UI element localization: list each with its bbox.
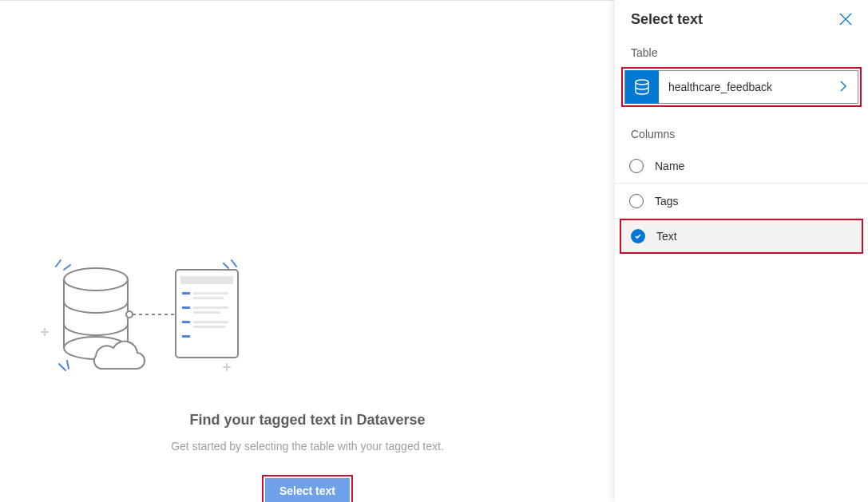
dataverse-illustration (40, 252, 248, 376)
svg-rect-20 (193, 306, 228, 309)
column-row-text[interactable]: Text (621, 220, 862, 252)
svg-rect-18 (193, 297, 224, 299)
column-row-name[interactable]: Name (615, 148, 868, 184)
svg-rect-23 (193, 321, 228, 323)
radio-checked-icon (631, 229, 645, 243)
chevron-right-icon (838, 81, 858, 94)
columns-section-label: Columns (615, 117, 868, 148)
panel-header: Select text (615, 10, 868, 35)
column-label: Tags (655, 195, 679, 208)
main-subtext: Get started by selecting the table with … (171, 440, 444, 453)
table-selector[interactable]: healthcare_feedback (624, 70, 858, 104)
svg-rect-21 (193, 311, 220, 314)
svg-point-10 (64, 268, 128, 291)
main-content-area: Find your tagged text in Dataverse Get s… (0, 0, 615, 502)
select-text-button[interactable]: Select text (265, 478, 350, 502)
columns-list: Name Tags Text (615, 148, 868, 254)
svg-line-1 (64, 265, 70, 270)
column-row-text-highlight: Text (620, 219, 863, 254)
radio-unchecked-icon (629, 159, 644, 173)
column-row-tags[interactable]: Tags (615, 184, 868, 219)
main-heading: Find your tagged text in Dataverse (189, 412, 425, 429)
database-icon (625, 70, 659, 104)
svg-rect-22 (182, 321, 190, 323)
svg-rect-24 (193, 326, 225, 328)
svg-rect-15 (180, 276, 233, 284)
svg-point-28 (636, 80, 648, 85)
column-label: Name (655, 160, 684, 172)
radio-unchecked-icon (629, 194, 644, 208)
svg-rect-16 (182, 292, 190, 294)
table-selector-highlight: healthcare_feedback (621, 67, 862, 107)
close-panel-button[interactable] (836, 10, 855, 29)
column-label: Text (656, 230, 677, 243)
column-row-text-wrap: Text (615, 219, 868, 254)
table-section-label: Table (615, 35, 868, 67)
selected-table-name: healthcare_feedback (659, 81, 838, 93)
svg-line-0 (56, 260, 61, 267)
svg-line-3 (67, 361, 69, 369)
svg-line-8 (232, 260, 236, 267)
svg-rect-25 (182, 335, 190, 338)
svg-line-2 (59, 364, 65, 370)
close-icon (839, 13, 852, 26)
select-text-button-highlight: Select text (262, 475, 353, 502)
svg-line-9 (224, 263, 228, 268)
svg-rect-17 (193, 292, 228, 294)
select-text-panel: Select text Table healthcare_feedback (615, 0, 868, 502)
svg-rect-19 (182, 306, 190, 309)
panel-title: Select text (631, 11, 703, 28)
svg-point-12 (126, 311, 133, 318)
